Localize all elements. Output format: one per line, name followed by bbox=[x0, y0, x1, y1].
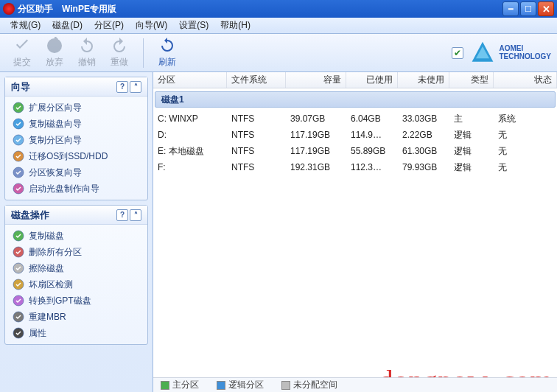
toolbar-separator bbox=[143, 38, 144, 68]
cell-status: 无 bbox=[494, 145, 557, 158]
legend-unalloc-label: 未分配空间 bbox=[293, 379, 337, 391]
refresh-button[interactable]: 刷新 bbox=[151, 35, 183, 71]
cell-type: 逻辑 bbox=[449, 129, 494, 141]
sidebar-item[interactable]: 启动光盘制作向导 bbox=[10, 181, 143, 197]
col-type[interactable]: 类型 bbox=[449, 72, 494, 88]
swatch-logical bbox=[217, 381, 225, 390]
cell-used: 114.9… bbox=[346, 130, 398, 140]
undo-label: 撤销 bbox=[78, 56, 96, 69]
cell-capacity: 192.31GB bbox=[286, 162, 346, 172]
cell-fs: NTFS bbox=[227, 130, 286, 140]
close-button[interactable]: ✕ bbox=[538, 1, 554, 16]
panel-help-button[interactable]: ? bbox=[116, 209, 128, 221]
table-row[interactable]: C: WINXP NTFS 39.07GB 6.04GB 33.03GB 主 系… bbox=[153, 111, 557, 127]
sidebar-item[interactable]: 扩展分区向导 bbox=[10, 99, 143, 116]
menu-general[interactable]: 常规(G) bbox=[4, 19, 46, 32]
col-filesystem[interactable]: 文件系统 bbox=[227, 72, 286, 88]
toolbar-checkbox[interactable]: ✔ bbox=[452, 47, 463, 59]
app-edition: WinPE专用版 bbox=[62, 3, 116, 15]
undo-icon bbox=[78, 37, 96, 55]
discard-button[interactable]: 放弃 bbox=[38, 35, 71, 71]
diskops-panel-title: 磁盘操作 bbox=[11, 209, 49, 222]
sidebar-item-label: 擦除磁盘 bbox=[29, 262, 64, 275]
sidebar-item[interactable]: 转换到GPT磁盘 bbox=[10, 293, 143, 309]
cell-free: 33.03GB bbox=[398, 113, 449, 124]
commit-label: 提交 bbox=[13, 56, 31, 69]
maximize-button[interactable]: ☐ bbox=[520, 1, 536, 16]
brand-sub: TECHNOLOGY bbox=[499, 52, 551, 60]
col-used[interactable]: 已使用 bbox=[346, 72, 398, 88]
titlebar: 分区助手 WinPE专用版 ━ ☐ ✕ bbox=[0, 0, 557, 18]
minimize-button[interactable]: ━ bbox=[502, 1, 519, 16]
cell-partition: C: WINXP bbox=[153, 113, 227, 124]
menu-help[interactable]: 帮助(H) bbox=[214, 19, 256, 32]
cell-status: 系统 bbox=[494, 113, 557, 125]
sidebar-item[interactable]: 复制分区向导 bbox=[10, 132, 143, 148]
checkmark-icon bbox=[13, 37, 31, 55]
sidebar-item[interactable]: 重建MBR bbox=[10, 309, 143, 325]
swatch-primary bbox=[161, 381, 169, 390]
panel-collapse-button[interactable]: ˄ bbox=[130, 209, 141, 221]
col-free[interactable]: 未使用 bbox=[398, 72, 449, 88]
sidebar-item[interactable]: 删除所有分区 bbox=[10, 244, 143, 260]
cell-type: 逻辑 bbox=[449, 145, 494, 158]
legend-primary: 主分区 bbox=[161, 379, 199, 391]
cell-free: 79.93GB bbox=[398, 162, 449, 172]
legend-unalloc: 未分配空间 bbox=[281, 379, 337, 391]
cell-type: 主 bbox=[449, 113, 494, 125]
menu-disk[interactable]: 磁盘(D) bbox=[46, 19, 88, 32]
sidebar: 向导 ? ˄ 扩展分区向导复制磁盘向导复制分区向导迁移OS到SSD/HDD分区恢… bbox=[0, 72, 153, 392]
redo-label: 重做 bbox=[111, 56, 128, 69]
sidebar-item-label: 删除所有分区 bbox=[29, 246, 82, 259]
menu-wizard[interactable]: 向导(W) bbox=[130, 19, 173, 32]
cell-used: 6.04GB bbox=[346, 113, 398, 124]
table-header: 分区 文件系统 容量 已使用 未使用 类型 状态 bbox=[153, 72, 557, 88]
menu-settings[interactable]: 设置(S) bbox=[173, 19, 214, 32]
table-row[interactable]: F: NTFS 192.31GB 112.3… 79.93GB 逻辑 无 bbox=[153, 159, 557, 175]
table-row[interactable]: E: 本地磁盘 NTFS 117.19GB 55.89GB 61.30GB 逻辑… bbox=[153, 143, 557, 159]
discard-icon bbox=[46, 37, 63, 55]
redo-button[interactable]: 重做 bbox=[103, 35, 136, 71]
sidebar-item[interactable]: 分区恢复向导 bbox=[10, 164, 143, 181]
col-status[interactable]: 状态 bbox=[494, 72, 557, 88]
col-partition[interactable]: 分区 bbox=[153, 72, 227, 88]
app-title: 分区助手 bbox=[18, 3, 53, 15]
redo-icon bbox=[111, 37, 128, 55]
panel-collapse-button[interactable]: ˄ bbox=[130, 81, 141, 93]
sidebar-item[interactable]: 复制磁盘 bbox=[10, 228, 143, 244]
cell-fs: NTFS bbox=[227, 113, 286, 124]
col-capacity[interactable]: 容量 bbox=[286, 72, 346, 88]
disk-group-header[interactable]: 磁盘1 bbox=[155, 91, 556, 108]
wizard-panel-header: 向导 ? ˄ bbox=[5, 77, 147, 97]
sidebar-item[interactable]: 属性 bbox=[10, 325, 143, 341]
cell-partition: E: 本地磁盘 bbox=[153, 145, 227, 158]
sidebar-item-label: 属性 bbox=[29, 327, 46, 340]
sidebar-item[interactable]: 迁移OS到SSD/HDD bbox=[10, 148, 143, 164]
table-row[interactable]: D: NTFS 117.19GB 114.9… 2.22GB 逻辑 无 bbox=[153, 127, 557, 143]
undo-button[interactable]: 撤销 bbox=[71, 35, 103, 71]
sidebar-item[interactable]: 擦除磁盘 bbox=[10, 260, 143, 276]
cell-used: 55.89GB bbox=[346, 146, 398, 156]
sidebar-item-label: 扩展分区向导 bbox=[29, 102, 82, 114]
cell-used: 112.3… bbox=[346, 162, 398, 172]
cell-capacity: 39.07GB bbox=[286, 113, 346, 124]
sidebar-item[interactable]: 坏扇区检测 bbox=[10, 276, 143, 293]
sidebar-item-label: 启动光盘制作向导 bbox=[29, 183, 99, 195]
sidebar-item-label: 迁移OS到SSD/HDD bbox=[29, 150, 108, 163]
sidebar-item-label: 复制分区向导 bbox=[29, 134, 82, 147]
cell-fs: NTFS bbox=[227, 162, 286, 172]
sidebar-item-label: 重建MBR bbox=[29, 311, 66, 323]
disk-label: 磁盘1 bbox=[161, 94, 184, 106]
menubar: 常规(G) 磁盘(D) 分区(P) 向导(W) 设置(S) 帮助(H) bbox=[0, 18, 557, 34]
cell-status: 无 bbox=[494, 129, 557, 141]
refresh-label: 刷新 bbox=[158, 56, 176, 69]
discard-label: 放弃 bbox=[46, 56, 63, 69]
menu-partition[interactable]: 分区(P) bbox=[88, 19, 130, 32]
cell-capacity: 117.19GB bbox=[286, 130, 346, 140]
sidebar-item[interactable]: 复制磁盘向导 bbox=[10, 116, 143, 132]
cell-free: 61.30GB bbox=[398, 146, 449, 156]
commit-button[interactable]: 提交 bbox=[6, 35, 38, 71]
panel-help-button[interactable]: ? bbox=[116, 81, 128, 93]
swatch-unalloc bbox=[281, 381, 290, 390]
cell-free: 2.22GB bbox=[398, 130, 449, 140]
